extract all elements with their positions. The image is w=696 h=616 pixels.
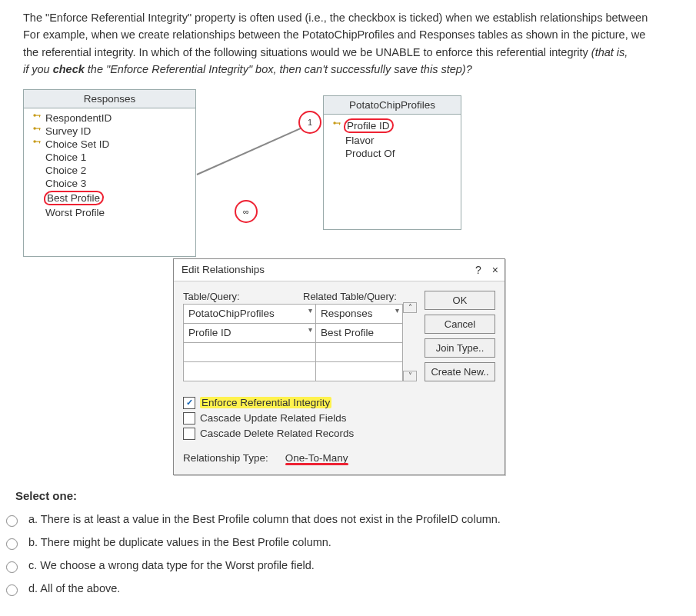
table-row[interactable]: Survey ID (30, 125, 189, 138)
field-label: Choice 3 (44, 178, 86, 189)
profiles-table[interactable]: PotatoChipProfiles Profile ID Flavor Pro… (323, 95, 461, 230)
grid-scrollbar[interactable]: ˄ ˅ (403, 302, 417, 381)
profiles-table-body: Profile ID Flavor Product Of (324, 115, 461, 163)
option-a-row[interactable]: a. There is at least a value in the Best… (6, 508, 696, 531)
relationship-grid[interactable]: PotatoChipProfiles▾ Responses▾ Profile I… (183, 304, 403, 381)
question-line1: The "Enforce Referential Integrity" prop… (23, 12, 648, 24)
svg-rect-11 (339, 123, 340, 125)
join-type-button[interactable]: Join Type.. (425, 338, 495, 358)
table-row[interactable]: Choice 3 (30, 177, 189, 190)
responses-table-header: Responses (24, 90, 195, 108)
ok-button[interactable]: OK (425, 291, 495, 310)
checkbox-unchecked-icon[interactable] (183, 412, 195, 425)
key-icon (30, 112, 44, 123)
option-b-text: b. There might be duplicate values in th… (28, 536, 331, 548)
svg-rect-2 (39, 115, 40, 118)
radio-unchecked-icon[interactable] (6, 538, 18, 550)
scroll-down-icon[interactable]: ˅ (403, 371, 417, 381)
select-one-prompt: Select one: (15, 489, 696, 502)
answer-options: a. There is at least a value in the Best… (0, 508, 696, 613)
table-row[interactable]: Profile ID (330, 118, 455, 134)
empty-cell[interactable] (184, 342, 316, 361)
checkbox-checked-icon[interactable]: ✓ (183, 397, 195, 409)
help-button[interactable]: ? (475, 264, 481, 276)
left-field-cell[interactable]: Profile ID▾ (184, 323, 316, 342)
responses-table[interactable]: Responses RespondentID Survey ID Choice … (23, 89, 196, 257)
table-query-dropdown[interactable]: PotatoChipProfiles▾ (184, 304, 316, 323)
option-d-row[interactable]: d. All of the above. (6, 578, 696, 601)
relationship-type-label: Relationship Type: (183, 452, 268, 464)
option-c-row[interactable]: c. We choose a wrong data type for the W… (6, 554, 696, 578)
close-icon[interactable]: × (492, 264, 498, 276)
question-text: The "Enforce Referential Integrity" prop… (0, 0, 696, 83)
radio-unchecked-icon[interactable] (6, 515, 18, 527)
option-c-text: c. We choose a wrong data type for the W… (28, 559, 315, 571)
table-row[interactable]: RespondentID (30, 112, 189, 125)
field-label: Product Of (344, 148, 395, 159)
question-line3-italic: (that is, (591, 46, 628, 58)
edit-relationships-dialog[interactable]: Edit Relationships ? × Table/Query: Rela… (173, 258, 505, 475)
scroll-up-icon[interactable]: ˄ (403, 302, 417, 313)
relationship-type-value: One-To-Many (285, 452, 348, 464)
relationship-diagram[interactable]: Responses RespondentID Survey ID Choice … (23, 89, 561, 258)
table-row[interactable]: Choice 1 (30, 151, 189, 164)
relationship-many-end: ∞ (235, 200, 258, 223)
relationship-one-label: 1 (308, 118, 312, 127)
cell-value: Best Profile (321, 327, 374, 338)
question-line3: the referential integrity. In which of t… (23, 46, 591, 58)
question-line2: For example, when we create relationship… (23, 28, 645, 41)
empty-cell[interactable] (315, 361, 402, 381)
relationship-many-label: ∞ (243, 207, 249, 216)
profiles-table-header: PotatoChipProfiles (324, 96, 461, 115)
cascade-delete-checkbox-row[interactable]: Cascade Delete Related Records (183, 426, 495, 441)
option-d-text: d. All of the above. (28, 582, 120, 594)
field-label: Choice 2 (44, 165, 86, 176)
empty-cell[interactable] (184, 361, 316, 381)
field-label: Choice 1 (44, 152, 86, 163)
related-table-query-label: Related Table/Query: (303, 291, 417, 302)
field-label: Choice Set ID (44, 138, 109, 150)
dialog-titlebar[interactable]: Edit Relationships ? × (174, 259, 505, 281)
field-label: Worst Profile (44, 207, 105, 218)
cascade-update-checkbox-row[interactable]: Cascade Update Related Fields (183, 411, 495, 426)
responses-table-body: RespondentID Survey ID Choice Set ID Cho… (24, 108, 195, 222)
table-row[interactable]: Choice 2 (30, 164, 189, 177)
field-label: Survey ID (44, 125, 91, 137)
table-row[interactable]: Choice Set ID (30, 138, 189, 151)
key-icon (30, 138, 44, 149)
cascade-update-label: Cascade Update Related Fields (200, 412, 347, 424)
dropdown-value: PotatoChipProfiles (188, 308, 275, 319)
dropdown-value: Responses (321, 308, 373, 319)
checkbox-unchecked-icon[interactable] (183, 428, 195, 440)
relationship-one-end: 1 (298, 111, 321, 134)
enforce-integrity-checkbox-row[interactable]: ✓ Enforce Referential Integrity (183, 395, 495, 411)
table-query-label: Table/Query: (183, 291, 297, 302)
field-label-best-profile: Best Profile (44, 191, 104, 205)
table-row[interactable]: Flavor (330, 134, 455, 147)
dialog-title-text: Edit Relationships (181, 264, 265, 275)
question-line4-pre: if you (23, 63, 53, 75)
svg-rect-8 (39, 142, 40, 144)
cancel-button[interactable]: Cancel (425, 315, 495, 334)
field-label: RespondentID (44, 112, 112, 124)
table-row[interactable]: Product Of (330, 147, 455, 160)
radio-unchecked-icon[interactable] (6, 584, 18, 596)
option-a-text: a. There is at least a value in the Best… (28, 513, 501, 525)
radio-unchecked-icon[interactable] (6, 561, 18, 573)
key-icon (330, 120, 344, 131)
table-row[interactable]: Worst Profile (30, 206, 189, 219)
chevron-down-icon: ▾ (395, 306, 399, 315)
cell-value: Profile ID (188, 327, 231, 338)
right-field-cell[interactable]: Best Profile (315, 323, 402, 342)
option-b-row[interactable]: b. There might be duplicate values in th… (6, 531, 696, 554)
field-label-profile-id: Profile ID (344, 118, 394, 133)
key-icon (30, 125, 44, 136)
question-line4-bold: check (53, 63, 85, 75)
related-table-query-dropdown[interactable]: Responses▾ (315, 304, 402, 323)
cascade-delete-label: Cascade Delete Related Records (200, 428, 354, 439)
chevron-down-icon: ▾ (308, 306, 312, 315)
table-row[interactable]: Best Profile (30, 190, 189, 206)
create-new-button[interactable]: Create New.. (425, 362, 495, 381)
empty-cell[interactable] (315, 342, 402, 361)
chevron-down-icon: ▾ (308, 325, 312, 334)
